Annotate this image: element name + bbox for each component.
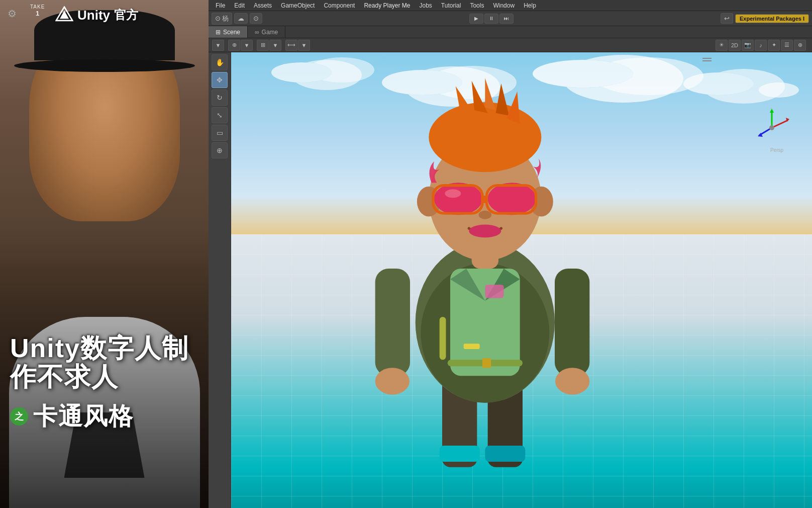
svg-point-44 [769, 125, 774, 130]
scene-tool-overlay[interactable]: ☰ [781, 40, 793, 51]
svg-rect-4 [440, 446, 480, 462]
hamburger-line-1 [702, 58, 712, 59]
menu-jobs[interactable]: Jobs [416, 1, 436, 10]
menu-edit[interactable]: Edit [230, 1, 249, 10]
svg-marker-25 [485, 78, 495, 110]
tool-scale[interactable]: ⤡ [212, 107, 228, 123]
step-button[interactable]: ⏭ [499, 14, 514, 24]
account-button[interactable]: ⊙ 杨 [212, 13, 232, 25]
svg-point-17 [555, 368, 589, 394]
cloud-icon: ☁ [238, 15, 244, 22]
scene-tool-shading[interactable]: ▼ [212, 40, 224, 51]
play-button[interactable]: ▶ [469, 14, 483, 24]
svg-line-40 [772, 120, 788, 128]
take-number: 1 [30, 10, 45, 17]
account-icon: ⊙ [215, 15, 221, 22]
persp-label: Persp [752, 147, 802, 153]
menu-gameobject[interactable]: GameObject [277, 1, 319, 10]
menu-assets[interactable]: Assets [250, 1, 276, 10]
menu-window[interactable]: Window [489, 1, 519, 10]
scene-view[interactable]: ✋ ✥ ↻ ⤡ ▭ ⊕ [209, 52, 812, 508]
menu-ready-player-me[interactable]: Ready Player Me [360, 1, 414, 10]
experimental-packages-button[interactable]: Experimental Packages I [735, 14, 809, 23]
menu-help[interactable]: Help [520, 1, 540, 10]
svg-rect-32 [481, 196, 488, 203]
game-tab-label: Game [262, 29, 278, 36]
webcam-panel: ⚙ TAKE 1 Unity 官方 Unity数字人制作不求人 之 卡通风格 [0, 0, 209, 508]
gizmo-svg: y [752, 108, 792, 148]
scene-tool-camera[interactable]: 📷 [742, 40, 754, 51]
cloud-4 [683, 72, 754, 95]
tab-game[interactable]: ∞ Game [248, 26, 285, 38]
menu-tools[interactable]: Tools [466, 1, 488, 10]
scene-tool-move[interactable]: ⟷ [285, 40, 297, 51]
tool-rect[interactable]: ▭ [212, 125, 228, 141]
svg-point-33 [445, 189, 461, 198]
tool-hand[interactable]: ✋ [212, 54, 228, 70]
scene-tool-group-grid: ⊞ ▼ [257, 40, 281, 51]
unity-toolbar: ⊙ 杨 ☁ ⊙ ▶ ⏸ ⏭ ↩ [209, 11, 812, 26]
svg-point-29 [488, 183, 536, 215]
scene-tool-move-dropdown[interactable]: ▼ [298, 40, 310, 51]
scene-tool-globe[interactable]: ⊕ [228, 40, 240, 51]
svg-rect-11 [485, 285, 503, 298]
game-tab-icon: ∞ [255, 29, 259, 36]
subtitle-main: Unity数字人制作不求人 [10, 334, 204, 391]
svg-rect-13 [482, 358, 491, 368]
scene-hamburger-menu[interactable] [702, 56, 712, 63]
2d-label: 2D [731, 42, 738, 48]
settings-icon[interactable]: ⚙ [8, 8, 17, 20]
experimental-label: Experimental Packages I [740, 16, 804, 22]
tab-scene[interactable]: ⊞ Scene [209, 26, 248, 38]
undo-icon: ↩ [724, 15, 730, 22]
menu-tutorial[interactable]: Tutorial [437, 1, 465, 10]
scene-tool-grid-dropdown[interactable]: ▼ [269, 40, 281, 51]
unity-logo-icon [55, 6, 73, 24]
settings-toolbar-icon: ⊙ [253, 15, 259, 22]
settings-toolbar-button[interactable]: ⊙ [250, 13, 262, 24]
menu-component[interactable]: Component [320, 1, 359, 10]
unity-logo-area: Unity 官方 [55, 6, 138, 24]
pause-icon: ⏸ [489, 16, 494, 21]
cloud-5 [759, 82, 799, 98]
svg-rect-15 [555, 269, 589, 376]
pause-button[interactable]: ⏸ [484, 14, 498, 24]
scene-tool-audio[interactable]: ♪ [755, 40, 767, 51]
svg-point-34 [479, 211, 492, 219]
svg-rect-14 [375, 269, 410, 376]
character-3d [332, 75, 633, 478]
tool-move[interactable]: ✥ [212, 72, 228, 88]
svg-rect-37 [464, 344, 480, 349]
scene-tool-globe-dropdown[interactable]: ▼ [241, 40, 253, 51]
undo-button[interactable]: ↩ [721, 13, 733, 24]
gear-icon: ⚙ [8, 8, 17, 19]
scene-tool-effects[interactable]: ✦ [768, 40, 780, 51]
unity-menubar: File Edit Assets GameObject Component Re… [209, 0, 812, 11]
scene-tool-2d[interactable]: 2D [729, 40, 741, 51]
official-text: 官方 [114, 7, 138, 23]
scene-tab-icon: ⊞ [216, 29, 221, 36]
menu-file[interactable]: File [212, 1, 229, 10]
person-hat-brim [14, 59, 195, 72]
svg-point-16 [375, 368, 410, 394]
tool-rotate[interactable]: ↻ [212, 90, 228, 106]
cloud-1 [271, 62, 332, 82]
take-badge: TAKE 1 [30, 4, 45, 17]
svg-marker-26 [496, 83, 510, 116]
shading-dropdown-icon: ▼ [216, 42, 221, 48]
gizmo-area: y Persp [752, 108, 802, 158]
subtitle-sub-text: 卡通风格 [33, 400, 134, 433]
tool-transform[interactable]: ⊕ [212, 142, 228, 158]
scene-tool-lights[interactable]: ☀ [716, 40, 728, 51]
scene-content: y Persp [231, 52, 812, 508]
cloud-button[interactable]: ☁ [234, 13, 248, 24]
unity-text: Unity [77, 8, 110, 23]
subtitle-area: Unity数字人制作不求人 之 卡通风格 [10, 334, 204, 433]
svg-point-28 [434, 183, 482, 215]
scene-tool-group-1: ▼ [212, 40, 224, 51]
scene-tool-group-globe: ⊕ ▼ [228, 40, 253, 51]
scene-toolbar: ▼ ⊕ ▼ ⊞ ▼ ⟷ ▼ ☀ 2D 📷 ♪ ✦ ☰ ⊕ [209, 38, 812, 52]
scene-tool-gizmos[interactable]: ⊕ [794, 40, 806, 51]
scene-tool-grid[interactable]: ⊞ [257, 40, 269, 51]
scene-tool-group-move: ⟷ ▼ [285, 40, 310, 51]
